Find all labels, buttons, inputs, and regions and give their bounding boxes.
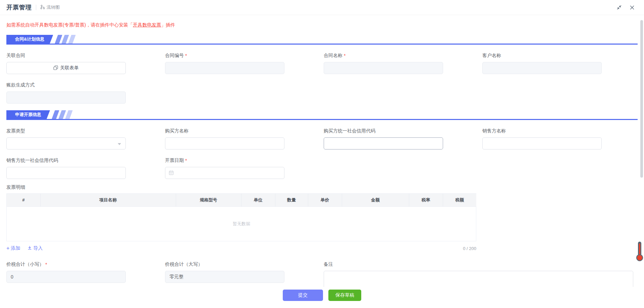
dialog-header: 开票管理 流转图 [0,0,644,15]
table-empty-row: 暂无数据 [7,206,476,241]
invoice-date-label: 开票日期 [165,158,184,164]
col-spec: 规格型号 [176,194,241,206]
customer-name-input [482,62,602,74]
related-contract-label: 关联合同 [6,53,25,59]
col-tax-amount: 税额 [443,194,476,206]
seller-tax-code-input[interactable] [6,167,126,179]
thermometer-icon[interactable] [636,241,643,263]
col-index: # [7,194,40,206]
col-unit: 单位 [241,194,275,206]
section-underline [6,44,638,45]
table-empty-text: 暂无数据 [7,206,476,241]
total-lowercase-input [6,271,126,283]
customer-name-label: 客户名称 [482,53,501,59]
section-contract-info: 合同&计划信息 [6,35,638,45]
total-uppercase-input [165,271,284,283]
submit-button[interactable]: 提交 [283,290,323,301]
invoice-type-label: 发票类型 [6,128,25,134]
billing-method-input [6,91,126,104]
buyer-tax-code-input[interactable] [324,137,443,149]
col-item-name: 项目名称 [40,194,176,206]
invoice-detail-table: # 项目名称 规格型号 单位 数量 单价 金额 税率 税额 暂无数据 [6,193,476,241]
required-marker: * [185,53,187,58]
collapse-icon[interactable] [614,3,624,12]
required-marker: * [185,158,187,163]
buyer-name-input[interactable] [165,137,284,149]
import-label: 导入 [33,245,43,251]
table-header-row: # 项目名称 规格型号 单位 数量 单价 金额 税率 税额 [7,194,476,206]
plugin-notice: 如需系统自动开具数电发票(专票/普票)，请在插件中心安装「开具数电发票」插件 [6,22,638,28]
associate-form-label: 关联表单 [60,65,79,71]
plus-icon: + [6,246,9,251]
calendar-icon [169,170,174,177]
form-row-3: 发票类型 购买方名称 购买方统一社会信用代码 销售方名称 [6,120,638,149]
form-row-4: 销售方统一社会信用代码 开票日期* [6,149,638,179]
col-tax-rate: 税率 [409,194,443,206]
add-row-button[interactable]: + 添加 [6,245,20,251]
required-marker: * [344,53,345,58]
plugin-link[interactable]: 开具数电发票 [133,22,161,27]
save-draft-button[interactable]: 保存草稿 [328,290,361,301]
detail-table-title: 发票明细 [6,184,638,190]
invoice-type-select[interactable] [6,137,126,149]
section-stripes [53,110,71,119]
form-body: 如需系统自动开具数电发票(专票/普票)，请在插件中心安装「开具数电发票」插件 合… [0,22,644,301]
close-icon[interactable] [627,3,637,12]
contract-name-input [324,62,443,74]
associate-form-button[interactable]: 关联表单 [6,62,126,74]
seller-tax-code-label: 销售方统一社会信用代码 [6,158,58,164]
col-amount: 金额 [342,194,409,206]
total-upper-label: 价税合计（大写） [165,261,203,267]
section-badge-contract: 合同&计划信息 [6,35,53,44]
buyer-name-label: 购买方名称 [165,128,189,134]
section-underline [6,119,638,120]
section-apply-info: 申请开票信息 [6,110,638,120]
add-row-label: 添加 [11,245,20,251]
row-counter: 0 / 200 [463,246,476,251]
chevron-down-icon [118,143,121,145]
import-icon [28,246,32,251]
seller-name-input[interactable] [482,137,602,149]
invoice-management-dialog: 开票管理 流转图 如需系统自动开具数电发票(专 [0,0,644,308]
flow-chart-label: 流转图 [47,4,60,10]
total-lower-label: 价税合计（小写） [6,261,44,267]
contract-no-label: 合同编号 [165,53,184,59]
vertical-scrollbar[interactable] [640,20,643,178]
section-stripes [56,35,74,44]
invoice-date-input[interactable] [165,167,284,179]
dialog-footer: 提交 保存草稿 [0,287,644,308]
buyer-tax-code-label: 购买方统一社会信用代码 [324,128,375,134]
flow-chart-icon [40,5,45,10]
form-row-2: 账款生成方式 [6,74,638,104]
header-divider [36,5,36,10]
contract-name-label: 合同名称 [324,53,342,59]
col-quantity: 数量 [275,194,308,206]
form-row-1: 关联合同 关联表单 合同编号* [6,45,638,74]
required-marker: * [45,262,47,267]
notice-prefix: 如需系统自动开具数电发票(专票/普票)，请在插件中心安装「 [6,22,133,27]
table-footer: + 添加 导入 0 / 200 [6,245,476,251]
flow-chart-link[interactable]: 流转图 [40,4,60,10]
notice-suffix: 」插件 [161,22,175,27]
billing-method-label: 账款生成方式 [6,82,35,88]
import-button[interactable]: 导入 [28,245,43,251]
section-badge-apply: 申请开票信息 [6,110,50,119]
seller-name-label: 销售方名称 [482,128,506,134]
contract-no-input [165,62,284,74]
associate-form-icon [53,65,58,71]
remark-label: 备注 [324,261,333,267]
page-title: 开票管理 [6,3,32,11]
col-unit-price: 单价 [308,194,342,206]
